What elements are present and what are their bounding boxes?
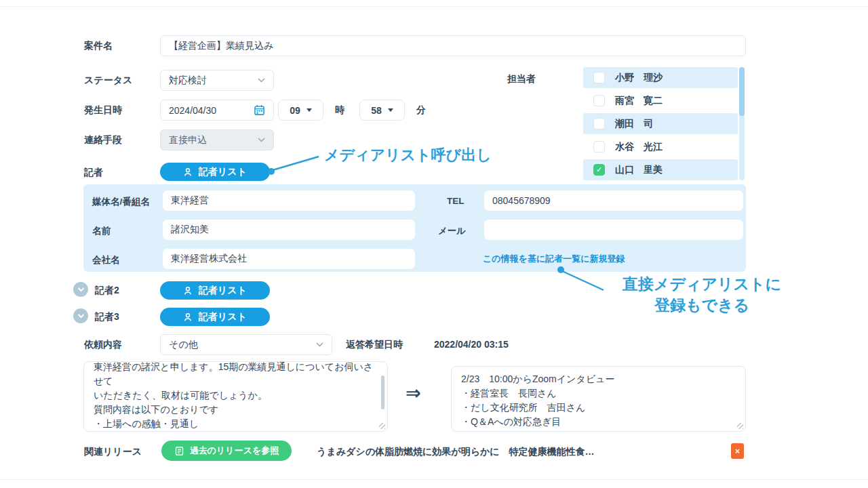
member-checkbox[interactable] bbox=[593, 95, 605, 106]
assignee-scrollbar[interactable] bbox=[739, 67, 745, 180]
occurred-date-input[interactable]: 2024/04/30 bbox=[160, 100, 274, 121]
calendar-icon bbox=[254, 104, 265, 116]
reporter2-label: 記者2 bbox=[95, 285, 119, 297]
chevron-down-icon bbox=[77, 287, 85, 292]
triangle-down-icon bbox=[307, 108, 312, 112]
reply-deadline-label: 返答希望日時 bbox=[346, 339, 403, 351]
related-release-label: 関連リリース bbox=[84, 446, 142, 458]
request-scrollbar-thumb[interactable] bbox=[381, 375, 384, 409]
document-icon bbox=[174, 446, 184, 456]
bottom-divider bbox=[0, 479, 868, 480]
assignee-label: 担当者 bbox=[507, 73, 536, 85]
person-icon bbox=[183, 167, 193, 177]
check-icon: ✓ bbox=[596, 165, 602, 174]
member-checkbox[interactable] bbox=[593, 72, 605, 83]
mail-input[interactable] bbox=[484, 220, 743, 240]
past-release-button[interactable]: 過去のリリースを参照 bbox=[161, 441, 292, 461]
tel-label: TEL bbox=[447, 196, 465, 206]
tel-input[interactable]: 08045678909 bbox=[484, 190, 743, 211]
company-input[interactable]: 東洋経営株式会社 bbox=[163, 249, 415, 269]
case-name-input[interactable]: 【経営企画】業績見込み bbox=[160, 35, 746, 56]
minute-select[interactable]: 58 bbox=[359, 100, 405, 121]
request-textarea[interactable]: 東洋経営の諸沢と申します。15期の業績見通しについてお伺いさせて いただきたく、… bbox=[83, 361, 388, 432]
reporter-detail-panel: 媒体名/番組名 東洋経営 TEL 08045678909 名前 諸沢知美 メール… bbox=[83, 184, 746, 272]
occurred-date-value: 2024/04/30 bbox=[169, 105, 216, 116]
response-textarea[interactable]: 2/23 10:00からZoomインタビュー ・経営室長 長岡さん ・だし文化研… bbox=[451, 366, 746, 432]
list-item[interactable]: 潮田 司 bbox=[583, 113, 738, 134]
company-value: 東洋経営株式会社 bbox=[171, 253, 247, 265]
remove-release-button[interactable]: × bbox=[731, 443, 744, 459]
request-type-label: 依頼内容 bbox=[84, 339, 122, 351]
assignee-scrollbar-thumb[interactable] bbox=[739, 67, 745, 116]
contact-method-select[interactable]: 直接申込 bbox=[160, 129, 274, 150]
person-icon bbox=[183, 286, 193, 296]
reporter3-list-button-label: 記者リスト bbox=[199, 311, 247, 323]
request-type-select[interactable]: その他 bbox=[160, 334, 332, 355]
reporter2-list-button[interactable]: 記者リスト bbox=[160, 281, 270, 300]
member-name: 水谷 光江 bbox=[615, 141, 663, 153]
member-checkbox-checked[interactable]: ✓ bbox=[593, 164, 605, 176]
name-input[interactable]: 諸沢知美 bbox=[163, 220, 415, 240]
connector-line bbox=[273, 157, 319, 170]
list-item[interactable]: 小野 理沙 bbox=[583, 67, 738, 88]
resize-handle[interactable] bbox=[379, 423, 385, 429]
case-name-value: 【経営企画】業績見込み bbox=[169, 40, 273, 52]
status-label: ステータス bbox=[84, 75, 132, 87]
media-name-input[interactable]: 東洋経営 bbox=[163, 190, 415, 211]
member-name: 雨宮 寛二 bbox=[615, 95, 663, 107]
reporter2-expand-button[interactable] bbox=[73, 282, 88, 297]
reply-deadline-value: 2022/04/20 03:15 bbox=[434, 339, 509, 350]
mail-label: メール bbox=[438, 225, 466, 237]
register-reporter-link[interactable]: この情報を基に記者一覧に新規登録 bbox=[483, 253, 625, 265]
reporter3-list-button[interactable]: 記者リスト bbox=[160, 308, 270, 326]
reporter2-list-button-label: 記者リスト bbox=[199, 285, 247, 297]
chevron-down-icon bbox=[258, 78, 265, 83]
hour-suffix: 時 bbox=[335, 104, 344, 117]
case-name-label: 案件名 bbox=[84, 40, 113, 52]
member-name: 潮田 司 bbox=[615, 118, 653, 130]
annotation-direct-register: 直接メディアリストに 登録もできる bbox=[597, 274, 807, 316]
person-icon bbox=[183, 312, 193, 322]
release-title: うまみダシの体脂肪燃焼に効果が明らかに 特定健康機能性食… bbox=[317, 446, 595, 458]
list-item[interactable]: 雨宮 寛二 bbox=[583, 90, 738, 111]
close-icon: × bbox=[735, 447, 740, 456]
media-name-value: 東洋経営 bbox=[171, 195, 209, 207]
member-checkbox[interactable] bbox=[593, 141, 605, 152]
triangle-down-icon bbox=[388, 108, 393, 112]
chevron-down-icon bbox=[258, 138, 265, 142]
hour-value: 09 bbox=[290, 105, 300, 116]
status-value: 対応検討 bbox=[169, 75, 207, 87]
status-select[interactable]: 対応検討 bbox=[160, 70, 274, 91]
occurred-at-label: 発生日時 bbox=[84, 104, 122, 117]
annotation-media-list-call: メディアリスト呼び出し bbox=[324, 145, 492, 165]
top-divider bbox=[0, 6, 868, 7]
resize-handle[interactable] bbox=[737, 423, 743, 429]
assignee-list: 小野 理沙 雨宮 寛二 潮田 司 水谷 光江 ✓ 山口 里美 bbox=[583, 67, 745, 181]
request-type-value: その他 bbox=[169, 339, 198, 351]
member-name: 山口 里美 bbox=[615, 164, 663, 176]
chevron-down-icon bbox=[316, 342, 323, 347]
minute-suffix: 分 bbox=[416, 104, 426, 117]
list-item[interactable]: 水谷 光江 bbox=[583, 136, 738, 157]
past-release-button-label: 過去のリリースを参照 bbox=[190, 445, 279, 457]
reporter3-label: 記者3 bbox=[95, 311, 119, 323]
hour-select[interactable]: 09 bbox=[278, 100, 323, 121]
name-value: 諸沢知美 bbox=[171, 224, 209, 236]
name-label: 名前 bbox=[92, 225, 111, 237]
minute-value: 58 bbox=[371, 105, 382, 116]
list-item[interactable]: ✓ 山口 里美 bbox=[583, 159, 738, 180]
chevron-down-icon bbox=[77, 314, 85, 319]
media-name-label: 媒体名/番組名 bbox=[92, 196, 150, 208]
request-text: 東洋経営の諸沢と申します。15期の業績見通しについてお伺いさせて いただきたく、… bbox=[84, 361, 387, 432]
contact-method-label: 連絡手段 bbox=[84, 134, 122, 146]
arrow-glyph: ⇒ bbox=[406, 382, 421, 404]
reporter3-expand-button[interactable] bbox=[73, 308, 88, 323]
member-checkbox[interactable] bbox=[593, 118, 605, 129]
reporter-list-button[interactable]: 記者リスト bbox=[160, 163, 270, 181]
reporter-label: 記者 bbox=[84, 167, 103, 179]
response-text: 2/23 10:00からZoomインタビュー ・経営室長 長岡さん ・だし文化研… bbox=[452, 367, 745, 432]
reporter-list-button-label: 記者リスト bbox=[199, 166, 247, 178]
case-form-page: 案件名 【経営企画】業績見込み ステータス 対応検討 担当者 小野 理沙 雨宮 … bbox=[0, 0, 868, 488]
tel-value: 08045678909 bbox=[492, 195, 551, 206]
contact-method-value: 直接申込 bbox=[169, 134, 207, 146]
